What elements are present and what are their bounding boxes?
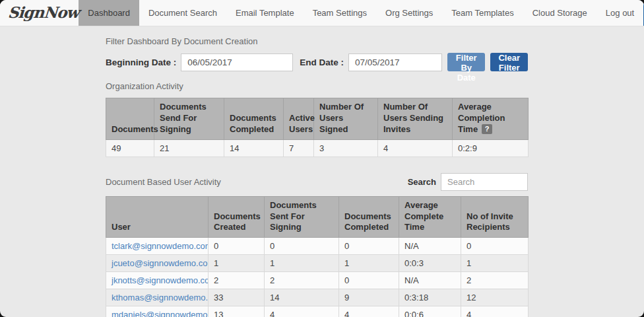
signnow-logo: SignNow xyxy=(0,0,80,26)
table-cell: 33 xyxy=(209,289,265,306)
table-cell: 1 xyxy=(461,255,529,272)
user-column-header-documents-sent-for-signing: Documents Sent For Signing xyxy=(265,196,339,238)
user-column-header-documents-created: Documents Created xyxy=(209,196,265,238)
filter-by-date-button[interactable]: Filter By Date xyxy=(447,53,485,71)
table-cell: 2 xyxy=(265,272,339,289)
app-window: SignNow DashboardDocument SearchEmail Te… xyxy=(0,0,644,317)
nav-item-document-search[interactable]: Document Search xyxy=(139,0,226,26)
table-cell: 2 xyxy=(461,272,529,289)
top-nav: SignNow DashboardDocument SearchEmail Te… xyxy=(0,0,644,26)
nav-item-team-templates[interactable]: Team Templates xyxy=(442,0,523,26)
nav-item-log-out[interactable]: Log out xyxy=(596,0,643,26)
user-column-header-no-of-invite-recipients: No of Invite Recipients xyxy=(461,196,529,238)
user-table-body: tclark@signnowdemo.com000N/A0jcueto@sign… xyxy=(106,238,529,317)
end-date-input[interactable] xyxy=(348,53,442,71)
user-email-link[interactable]: jknotts@signnowdemo.com xyxy=(106,272,209,289)
table-cell: 1 xyxy=(339,255,399,272)
org-column-header-number-of-users-sending-invites: Number Of Users Sending Invites xyxy=(378,98,453,140)
user-table-header-row: UserDocuments CreatedDocuments Sent For … xyxy=(106,196,529,238)
nav-item-team-settings[interactable]: Team Settings xyxy=(304,0,376,26)
nav-item-email-template[interactable]: Email Template xyxy=(226,0,304,26)
user-email-link[interactable]: jcueto@signnowdemo.com xyxy=(106,255,209,272)
table-cell: 0:0:3 xyxy=(399,255,461,272)
clear-filter-button[interactable]: Clear Filter xyxy=(490,53,528,71)
org-column-header-documents-send-for-signing: Documents Send For Signing xyxy=(154,98,224,140)
table-cell: 0 xyxy=(339,238,399,255)
table-cell: 1 xyxy=(209,255,265,272)
end-date-label: End Date : xyxy=(300,57,344,67)
user-column-header-documents-completed: Documents Completed xyxy=(339,196,399,238)
table-cell: 1 xyxy=(265,255,339,272)
org-column-header-documents-completed: Documents Completed xyxy=(224,98,284,140)
table-cell: 9 xyxy=(339,289,399,306)
table-row: mdaniels@signnowdemo.com13440:0:64 xyxy=(106,306,529,317)
user-email-link[interactable]: mdaniels@signnowdemo.com xyxy=(106,306,209,317)
filter-section-title: Filter Dashboard By Document Creation xyxy=(106,36,528,46)
org-data-cell: 0:2:9 xyxy=(453,139,529,157)
table-cell: 0:3:18 xyxy=(399,289,461,306)
org-column-header-active-users: Active Users xyxy=(284,98,314,140)
table-row: tclark@signnowdemo.com000N/A0 xyxy=(106,238,529,255)
table-row: jcueto@signnowdemo.com1110:0:31 xyxy=(106,255,529,272)
org-data-cell: 21 xyxy=(154,139,224,157)
beginning-date-input[interactable] xyxy=(181,53,293,71)
user-activity-title: Document Based User Activity xyxy=(106,177,221,187)
org-activity-table: DocumentsDocuments Send For SigningDocum… xyxy=(106,98,529,157)
user-email-link[interactable]: kthomas@signnowdemo.com xyxy=(106,289,209,306)
table-cell: 4 xyxy=(265,306,339,317)
table-cell: 4 xyxy=(461,306,529,317)
help-icon[interactable]: ? xyxy=(482,124,492,134)
search-input[interactable] xyxy=(441,173,528,191)
table-cell: 0 xyxy=(265,238,339,255)
table-cell: 12 xyxy=(461,289,529,306)
user-column-header-user: User xyxy=(106,196,209,238)
org-data-cell: 3 xyxy=(314,139,378,157)
table-cell: 0 xyxy=(209,238,265,255)
org-column-header-number-of-users-signed: Number Of Users Signed xyxy=(314,98,378,140)
beginning-date-label: Beginning Date : xyxy=(106,57,176,67)
table-cell: 14 xyxy=(265,289,339,306)
nav-menu: DashboardDocument SearchEmail TemplateTe… xyxy=(79,0,643,26)
table-cell: N/A xyxy=(399,238,461,255)
org-table-header-row: DocumentsDocuments Send For SigningDocum… xyxy=(106,98,529,140)
org-data-cell: 14 xyxy=(224,139,284,157)
user-activity-table: UserDocuments CreatedDocuments Sent For … xyxy=(106,196,529,317)
dashboard-content: Filter Dashboard By Document Creation Be… xyxy=(106,36,528,317)
search-area: Search xyxy=(408,173,528,191)
search-label: Search xyxy=(408,177,436,187)
org-data-cell: 7 xyxy=(284,139,314,157)
nav-item-dashboard[interactable]: Dashboard xyxy=(79,0,139,26)
date-filter-row: Beginning Date : End Date : Filter By Da… xyxy=(106,53,528,71)
table-cell: 13 xyxy=(209,306,265,317)
org-table-data-row: 4921147340:2:9 xyxy=(106,139,529,157)
table-row: kthomas@signnowdemo.com331490:3:1812 xyxy=(106,289,529,306)
org-activity-title: Organization Activity xyxy=(106,81,528,91)
org-data-cell: 4 xyxy=(378,139,453,157)
table-row: jknotts@signnowdemo.com220N/A2 xyxy=(106,272,529,289)
table-cell: 0 xyxy=(339,272,399,289)
table-cell: N/A xyxy=(399,272,461,289)
table-cell: 0:0:6 xyxy=(399,306,461,317)
user-email-link[interactable]: tclark@signnowdemo.com xyxy=(106,238,209,255)
table-cell: 4 xyxy=(339,306,399,317)
nav-item-org-settings[interactable]: Org Settings xyxy=(376,0,442,26)
org-data-cell: 49 xyxy=(106,139,154,157)
user-activity-header: Document Based User Activity Search xyxy=(106,173,528,191)
user-column-header-average-complete-time: Average Complete Time xyxy=(399,196,461,238)
org-column-header-average-completion-time: Average Completion Time? xyxy=(453,98,529,140)
table-cell: 2 xyxy=(209,272,265,289)
table-cell: 0 xyxy=(461,238,529,255)
org-column-header-documents: Documents xyxy=(106,98,154,140)
nav-item-cloud-storage[interactable]: Cloud Storage xyxy=(523,0,596,26)
